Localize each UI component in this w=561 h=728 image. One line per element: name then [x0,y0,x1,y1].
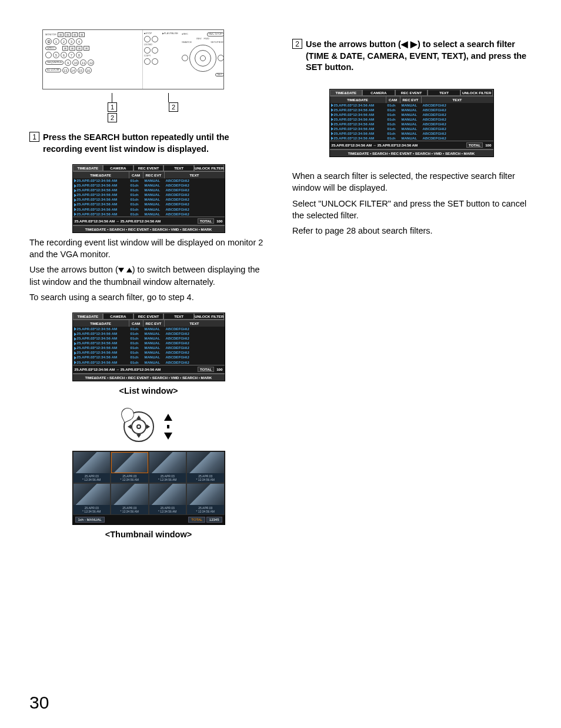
date-range: 25.APR.03*12:34:56 AM → 25.APR.03*12:34:… [75,219,161,223]
total-value: 12345 [206,517,222,523]
table-row: 25.APR.03*12:34:56 AM01chMANUALABCDEFGHI… [73,188,225,192]
table-row: 25.APR.03*12:34:56 AM01chMANUALABCDEFGHI… [73,341,225,345]
up-arrow-icon [126,268,132,272]
table-row: 25.APR.03*12:34:56 AM01chMANUALABCDEFGHI… [330,127,493,131]
table-row: 25.APR.03*12:34:56 AM01chMANUALABCDEFGHI… [73,207,225,212]
table-row: 25.APR.03*12:34:56 AM01chMANUALABCDEFGHI… [330,136,493,141]
paragraph: Select "UNLOCK FILTER" and press the SET… [292,198,530,222]
hand-icon [119,405,136,423]
num-button: 2 [61,38,67,45]
table-row: 25.APR.03*12:34:56 AM01chMANUALABCDEFGHI… [330,103,493,108]
jog-dial-icon [189,45,216,72]
num-button: 4 [76,38,82,45]
callout-lines: 1 2 2 [42,93,268,122]
up-down-arrow-icon [162,414,174,440]
paragraph: When a search filter is selected, the re… [292,170,530,194]
step-text: Use the arrows button (◀ ▶) to select a … [306,39,530,74]
thumbnail-item: 25.APR.03* 12:34:56 AM [111,451,149,483]
table-row: 25.APR.03*12:34:56 AM01chMANUALABCDEFGHI… [330,117,493,122]
step-text: Press the SEARCH button repeatedly until… [43,132,268,155]
up-arrow-icon [136,415,141,419]
step-1: 1 Press the SEARCH button repeatedly unt… [29,132,268,155]
table-row: 25.APR.03*12:34:56 AM01chMANUALABCDEFGHI… [73,183,225,188]
paragraph: Refer to page 28 about search filters. [292,225,530,237]
tab-time-date: TIME&DATE [73,165,103,171]
navigation-dial-diagram [122,406,175,447]
callout-box: 2 [108,113,117,122]
down-arrow-icon [118,268,124,272]
table-row: 25.APR.03*12:34:56 AM01chMANUALABCDEFGHI… [73,212,225,217]
thumbnail-window-caption: <Thumbnail window> [29,530,268,539]
table-row: 25.APR.03*12:34:56 AM01chMANUALABCDEFGHI… [73,331,225,336]
step-number-box: 1 [29,132,39,142]
table-rows: 25.APR.03*12:34:56 AM01chMANUALABCDEFGHI… [73,178,225,217]
thumbnail-item: 25.APR.03* 12:34:56 AM [186,483,225,515]
callout-box: 2 [169,102,178,112]
table-row: 25.APR.03*12:34:56 AM01chMANUALABCDEFGHI… [73,197,225,202]
label: MONITOR [45,34,56,36]
set-button-label: SET [215,73,224,77]
thumbnail-item: 25.APR.03* 12:34:56 AM [73,483,111,515]
search-button-icon [182,55,188,61]
table-row: 25.APR.03*12:34:56 AM01chMANUALABCDEFGHI… [73,336,225,341]
table-row: 25.APR.03*12:34:56 AM01chMANUALABCDEFGHI… [330,131,493,136]
table-row: 25.APR.03*12:34:56 AM01chMANUALABCDEFGHI… [330,108,493,112]
search-label: SEARCH [182,41,192,44]
paragraph: To search using a search filter, go to s… [29,291,268,303]
tab-camera: CAMERA [103,165,133,171]
footer-nav: TIME&DATE • SEARCH • REC EVENT • SEARCH … [73,225,225,232]
event-list-window: TIME&DATE CAMERA REC EVENT TEXT UNLOCK F… [72,313,225,381]
thumbnail-item: 25.APR.03* 12:34:56 AM [186,451,225,483]
device-panel-diagram: MONITOR ⊞⊞⊞⊞ ⦿ 1 2 3 4 SHIFT ⊞⊞⊞⊞ [42,29,224,89]
num-button: 3 [68,38,75,45]
paragraph: Use the arrows button ( ) to switch betw… [29,264,268,288]
paragraph: The recording event list window will be … [29,237,268,261]
total-value: 100 [216,219,222,223]
num-button: 1 [53,38,59,45]
table-row: 25.APR.03*12:34:56 AM01chMANUALABCDEFGHI… [73,192,225,197]
table-row: 25.APR.03*12:34:56 AM01chMANUALABCDEFGHI… [73,202,225,207]
event-list-window: TIME&DATE CAMERA REC EVENT TEXT UNLOCK F… [72,164,225,233]
event-list-window: TIME&DATE CAMERA REC EVENT TEXT UNLOCK F… [329,89,494,158]
table-row: 25.APR.03*12:34:56 AM01chMANUALABCDEFGHI… [73,327,225,331]
right-arrow-icon [146,424,150,429]
thumbnail-window: 25.APR.03* 12:34:56 AM25.APR.03* 12:34:5… [72,451,225,525]
tab-rec-event: REC EVENT [133,165,164,171]
page-number: 30 [29,693,49,713]
table-row: 25.APR.03*12:34:56 AM01chMANUALABCDEFGHI… [73,350,225,355]
tab-text: TEXT [163,165,194,171]
thumbnail-item: 25.APR.03* 12:34:56 AM [149,451,187,483]
thumbnail-item: 25.APR.03* 12:34:56 AM [111,483,149,515]
table-row: 25.APR.03*12:34:56 AM01chMANUALABCDEFGHI… [73,178,225,183]
thumbnail-item: 25.APR.03* 12:34:56 AM [149,483,187,515]
table-row: 25.APR.03*12:34:56 AM01chMANUALABCDEFGHI… [330,122,493,127]
left-arrow-icon [128,424,131,429]
table-row: 25.APR.03*12:34:56 AM01chMANUALABCDEFGHI… [330,112,493,117]
channel-chip: 1ch - MANUAL [75,517,105,523]
table-row: 25.APR.03*12:34:56 AM01chMANUALABCDEFGHI… [73,355,225,360]
table-tabs: TIME&DATE CAMERA REC EVENT TEXT UNLOCK F… [73,165,225,171]
step-2: 2 Use the arrows button (◀ ▶) to select … [292,39,530,74]
thumbnail-grid: 25.APR.03* 12:34:56 AM25.APR.03* 12:34:5… [73,451,225,515]
callout-box: 1 [108,102,117,112]
down-arrow-icon [136,434,141,438]
list-window-caption: <List window> [29,386,268,395]
thumbnail-item: 25.APR.03* 12:34:56 AM [73,451,111,483]
table-row: 25.APR.03*12:34:56 AM01chMANUALABCDEFGHI… [73,345,225,350]
step-number-box: 2 [292,39,302,49]
table-row: 25.APR.03*12:34:56 AM01chMANUALABCDEFGHI… [73,360,225,365]
tab-unlock-filter: UNLOCK FILTER [194,165,225,171]
